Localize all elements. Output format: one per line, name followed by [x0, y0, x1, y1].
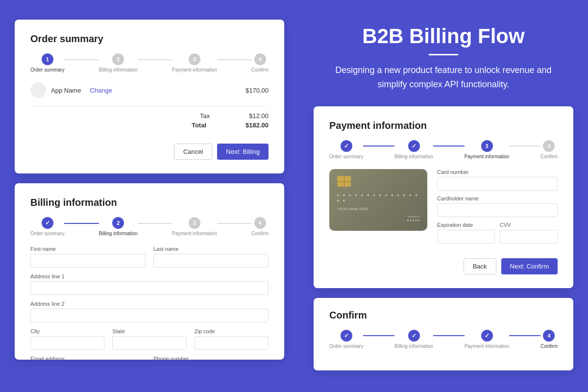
addr1-input[interactable] — [30, 281, 269, 295]
expiration-group: Expiration date — [437, 222, 495, 244]
payment-content: • • • • • • • • • • • • • • • • YOUR NAM… — [329, 169, 558, 244]
order-summary-card: Order summary 1 Order summary 2 Billing … — [15, 20, 284, 173]
billing-line-3 — [217, 223, 251, 224]
state-input[interactable] — [112, 336, 186, 350]
confirm-step-1-label: Order summary — [329, 343, 363, 349]
payment-title: Payment information — [329, 120, 558, 131]
confirm-step-4: 4 Confirm — [540, 330, 558, 349]
last-name-input[interactable] — [153, 254, 269, 268]
payment-stepper: Order summary Billing information 3 Paym… — [329, 140, 558, 159]
billing-step-4-label: Confirm — [251, 231, 269, 236]
exp-cvv-row: Expiration date CVV — [437, 222, 558, 244]
step-1-label: Order summary — [30, 67, 64, 73]
step-2-circle: 2 — [112, 53, 124, 65]
billing-step-4: 4 Confirm — [251, 217, 269, 236]
credit-card-visual: • • • • • • • • • • • • • • • • YOUR NAM… — [329, 169, 427, 231]
payment-step-4: 4 Confirm — [540, 140, 558, 159]
addr1-group: Address line 1 — [30, 273, 269, 295]
last-name-label: Last name — [153, 246, 269, 252]
expiration-label: Expiration date — [437, 222, 495, 228]
confirm-line-3 — [509, 335, 540, 336]
step-4-label: Confirm — [251, 67, 269, 73]
card-valid-label: valid thru — [407, 215, 419, 218]
confirm-step-2-label: Billing information — [394, 343, 433, 349]
confirm-step-4-circle: 4 — [543, 330, 555, 342]
order-item-left: App Name Change — [30, 82, 112, 98]
billing-step-4-circle: 4 — [254, 217, 266, 229]
hero-section: B2B Billing Flow Designing a new product… — [314, 20, 573, 97]
app-icon — [30, 82, 46, 98]
total-row: Total $182.00 — [30, 122, 269, 129]
payment-card: Payment information Order summary Billin… — [314, 106, 573, 288]
zip-label: Zip code — [195, 328, 269, 334]
step-2-label: Billing information — [99, 67, 138, 73]
billing-line-2 — [138, 223, 172, 224]
city-input[interactable] — [30, 336, 104, 350]
confirm-title: Confirm — [329, 310, 558, 321]
payment-form: Card number Cardholder name Expiration d… — [437, 169, 558, 244]
payment-line-3 — [509, 146, 540, 147]
step-line-2 — [138, 59, 172, 60]
first-name-group: First name — [30, 246, 146, 268]
card-valid-date: • • / • • — [407, 218, 419, 223]
step-2: 2 Billing information — [99, 53, 138, 73]
order-summary-stepper: 1 Order summary 2 Billing information 3 … — [30, 53, 269, 73]
tax-row: Tax $12.00 — [30, 112, 269, 120]
contact-row: Email address Phone number — [30, 356, 269, 360]
email-group: Email address — [30, 356, 146, 360]
next-confirm-button[interactable]: Next: Confirm — [501, 258, 558, 274]
city-group: City — [30, 328, 104, 350]
zip-group: Zip code — [195, 328, 269, 350]
billing-step-1-label: Order summary — [30, 231, 64, 236]
phone-label: Phone number — [153, 356, 269, 360]
app-price: $170.00 — [245, 87, 269, 94]
confirm-step-3: Payment information — [465, 330, 510, 349]
next-billing-button[interactable]: Next: Billing — [217, 144, 269, 160]
name-row: First name Last name — [30, 246, 269, 268]
addr2-input[interactable] — [30, 309, 269, 322]
step-1: 1 Order summary — [30, 53, 64, 73]
step-4-circle: 4 — [254, 53, 266, 65]
billing-step-2: 2 Billing information — [99, 217, 138, 236]
first-name-input[interactable] — [30, 254, 146, 268]
card-number-group: Card number — [437, 169, 558, 191]
state-label: State — [112, 328, 186, 334]
billing-step-1-circle — [42, 217, 53, 229]
card-chip-icon — [337, 176, 351, 187]
tax-value: $12.00 — [249, 112, 269, 120]
state-group: State — [112, 328, 186, 350]
hero-description: Designing a new product feature to unloc… — [323, 63, 564, 92]
payment-step-2-label: Billing information — [394, 154, 433, 159]
zip-input[interactable] — [195, 336, 269, 350]
change-link[interactable]: Change — [90, 87, 112, 94]
payment-step-1-circle — [341, 140, 352, 152]
confirm-step-3-label: Payment information — [465, 343, 510, 349]
cancel-button[interactable]: Cancel — [174, 144, 212, 160]
step-3: 3 Payment information — [172, 53, 217, 73]
cvv-input[interactable] — [500, 230, 558, 244]
cardholder-label: Cardholder name — [437, 196, 558, 201]
city-label: City — [30, 328, 104, 334]
billing-step-2-label: Billing information — [99, 231, 138, 236]
confirm-step-4-label: Confirm — [540, 343, 558, 349]
addr2-group: Address line 2 — [30, 301, 269, 322]
phone-group: Phone number — [153, 356, 269, 360]
step-4: 4 Confirm — [251, 53, 269, 73]
hero-divider — [429, 54, 458, 55]
card-number-input[interactable] — [437, 177, 558, 191]
back-button[interactable]: Back — [464, 258, 496, 274]
cardholder-input[interactable] — [437, 203, 558, 217]
payment-line-2 — [433, 146, 465, 147]
billing-step-3-label: Payment information — [172, 231, 217, 236]
tax-label: Tax — [200, 112, 210, 120]
email-label: Email address — [30, 356, 146, 360]
confirm-stepper: Order summary Billing information Paymen… — [329, 330, 558, 349]
step-3-circle: 3 — [189, 53, 200, 65]
payment-step-3-label: Payment information — [465, 154, 510, 159]
expiration-input[interactable] — [437, 230, 495, 244]
order-summary-actions: Cancel Next: Billing — [30, 144, 269, 160]
payment-step-4-circle: 4 — [543, 140, 555, 152]
order-summary-title: Order summary — [30, 33, 269, 45]
step-line-3 — [217, 59, 251, 60]
billing-card: Billing information Order summary 2 Bill… — [15, 183, 284, 360]
